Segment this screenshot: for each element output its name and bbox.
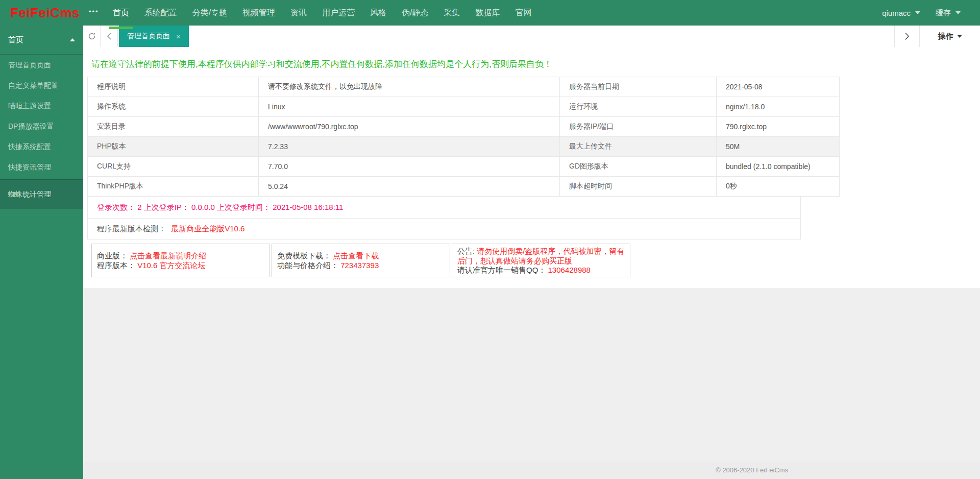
sidebar-item-dp-player-settings[interactable]: DP播放器设置 (0, 116, 83, 136)
actions-dropdown[interactable]: 操作 (920, 26, 980, 47)
cache-label: 缓存 (936, 8, 951, 18)
table-row: PHP版本7.2.33最大上传文件50M (88, 137, 840, 157)
legal-warning-text: 请在遵守法律的前提下使用,本程序仅供内部学习和交流使用,不内置任何数据,添加任何… (91, 58, 980, 70)
nav-item-pseudo-static[interactable]: 伪/静态 (394, 0, 436, 26)
info-value: 7.70.0 (259, 157, 560, 177)
user-menu[interactable]: qiumacc (882, 9, 920, 17)
version-check-row: 程序最新版本检测： 最新商业全能版V10.6 (87, 219, 801, 240)
nav-item-system-config[interactable]: 系统配置 (137, 0, 185, 26)
sidebar-item-quick-news-management[interactable]: 快捷资讯管理 (0, 157, 83, 177)
dashboard-panel: 请在遵守法律的前提下使用,本程序仅供内部学习和交流使用,不内置任何数据,添加任何… (83, 47, 980, 288)
red-link-text[interactable]: 请勿使用倒卖/盗版程序，代码被加密，留有后门，想认真做站请务必购买正版 (457, 247, 625, 265)
footer: © 2006-2020 FeiFeiCms (83, 462, 980, 479)
info-value: nginx/1.18.0 (717, 97, 840, 117)
info-label: GD图形版本 (560, 157, 717, 177)
info-label: 操作系统 (88, 97, 259, 117)
red-link-text[interactable]: 点击查看最新说明介绍 (130, 251, 206, 260)
info-value: Linux (259, 97, 560, 117)
top-navbar: FeiFeiCms ••• 首页系统配置分类/专题视频管理资讯用户运营风格伪/静… (0, 0, 980, 26)
info-box-3: 公告: 请勿使用倒卖/盗版程序，代码被加密，留有后门，想认真做站请务必购买正版请… (452, 244, 630, 277)
version-check-label: 程序最新版本检测： (97, 224, 166, 233)
table-row: 操作系统Linux运行环境nginx/1.18.0 (88, 97, 840, 117)
nav-item-news[interactable]: 资讯 (283, 0, 314, 26)
table-row: 程序说明请不要修改系统文件，以免出现故障服务器当前日期2021-05-08 (88, 77, 840, 97)
nav-item-database[interactable]: 数据库 (468, 0, 508, 26)
tab-bar-right: 操作 (894, 26, 980, 47)
table-row: CURL支持7.70.0GD图形版本bundled (2.1.0 compati… (88, 157, 840, 177)
info-value: 7.2.33 (259, 137, 560, 157)
chevron-left-icon (107, 33, 112, 40)
box-line: 功能与价格介绍： 723437393 (277, 260, 445, 270)
red-link-text[interactable]: V10.6 官方交流论坛 (137, 261, 205, 270)
sidebar-item-miaoxuan-theme-settings[interactable]: 喵咺主题设置 (0, 95, 83, 116)
info-value: 5.0.24 (259, 177, 560, 197)
info-value: 0秒 (717, 177, 840, 197)
box-label-text: 公告: (457, 247, 477, 255)
more-menu-icon[interactable]: ••• (89, 8, 105, 18)
info-value: 50M (717, 137, 840, 157)
sidebar-group-title: 首页 (8, 35, 23, 45)
info-value: /www/wwwroot/790.rglxc.top (259, 117, 560, 137)
info-label: 运行环境 (560, 97, 717, 117)
nav-item-category-topic[interactable]: 分类/专题 (185, 0, 235, 26)
nav-item-user-operation[interactable]: 用户运营 (314, 0, 362, 26)
info-value: 2021-05-08 (717, 77, 840, 97)
info-box-1: 商业版： 点击查看最新说明介绍程序版本： V10.6 官方交流论坛 (91, 244, 270, 277)
chevron-right-icon (904, 32, 910, 40)
actions-label: 操作 (938, 32, 953, 41)
info-box-2: 免费模板下载： 点击查看下载功能与价格介绍： 723437393 (272, 244, 450, 277)
box-label-text: 商业版： (97, 251, 130, 260)
red-link-text[interactable]: 723437393 (340, 261, 379, 270)
sidebar-group-home[interactable]: 首页 (0, 26, 83, 55)
login-info-text: 登录次数： 2 上次登录IP： 0.0.0.0 上次登录时间： 2021-05-… (87, 197, 801, 219)
info-value: 请不要修改系统文件，以免出现故障 (259, 77, 560, 97)
navbar-right: qiumacc 缓存 (882, 8, 980, 18)
info-label: CURL支持 (88, 157, 259, 177)
nav-item-home[interactable]: 首页 (105, 0, 137, 26)
info-label: 安装目录 (88, 117, 259, 137)
box-line: 请认准官方唯一销售QQ： 1306428988 (457, 265, 625, 275)
info-label: 服务器当前日期 (560, 77, 717, 97)
main-nav: 首页系统配置分类/专题视频管理资讯用户运营风格伪/静态采集数据库官网 (105, 0, 540, 26)
sidebar: 首页 管理首页页面自定义菜单配置喵咺主题设置DP播放器设置快捷系统配置快捷资讯管… (0, 26, 83, 479)
box-label-text: 免费模板下载： (277, 251, 333, 260)
table-row: 安装目录/www/wwwroot/790.rglxc.top服务器IP/端口79… (88, 117, 840, 137)
info-label: PHP版本 (88, 137, 259, 157)
nav-item-style[interactable]: 风格 (362, 0, 394, 26)
box-line: 免费模板下载： 点击查看下载 (277, 251, 445, 260)
chevron-up-icon (70, 38, 75, 41)
tab-close-icon[interactable]: × (176, 32, 181, 41)
refresh-button[interactable] (83, 26, 101, 47)
tab-label: 管理首页页面 (127, 32, 170, 41)
box-label-text: 程序版本： (97, 261, 137, 270)
nav-item-official-site[interactable]: 官网 (508, 0, 540, 26)
sidebar-item-manage-homepage[interactable]: 管理首页页面 (0, 55, 83, 75)
nav-item-collect[interactable]: 采集 (436, 0, 468, 26)
tab-forward-button[interactable] (894, 26, 920, 47)
info-value: bundled (2.1.0 compatible) (717, 157, 840, 177)
sidebar-group-spider-stats[interactable]: 蜘蛛统计管理 (0, 179, 83, 209)
tab-bar: 管理首页页面 × 操作 (83, 26, 980, 47)
info-label: 脚本超时时间 (560, 177, 717, 197)
info-value: 790.rglxc.top (717, 117, 840, 137)
box-line: 公告: 请勿使用倒卖/盗版程序，代码被加密，留有后门，想认真做站请务必购买正版 (457, 246, 625, 265)
copyright-text: © 2006-2020 FeiFeiCms (83, 462, 800, 479)
main-content: 请在遵守法律的前提下使用,本程序仅供内部学习和交流使用,不内置任何数据,添加任何… (83, 47, 980, 479)
box-line: 商业版： 点击查看最新说明介绍 (97, 251, 264, 260)
chevron-down-icon (955, 11, 961, 14)
red-link-text[interactable]: 1306428988 (548, 266, 591, 274)
sidebar-item-quick-system-config[interactable]: 快捷系统配置 (0, 136, 83, 157)
system-info-table: 程序说明请不要修改系统文件，以免出现故障服务器当前日期2021-05-08操作系… (87, 77, 840, 197)
box-label-text: 请认准官方唯一销售QQ： (457, 266, 548, 274)
chevron-down-icon (957, 35, 962, 38)
sidebar-item-custom-menu-config[interactable]: 自定义菜单配置 (0, 75, 83, 95)
red-link-text[interactable]: 点击查看下载 (333, 251, 379, 260)
nav-item-video-management[interactable]: 视频管理 (235, 0, 283, 26)
app-logo[interactable]: FeiFeiCms (0, 5, 89, 21)
version-check-link[interactable]: 最新商业全能版V10.6 (171, 224, 244, 233)
cache-menu[interactable]: 缓存 (936, 8, 961, 18)
promo-boxes: 商业版： 点击查看最新说明介绍程序版本： V10.6 官方交流论坛免费模板下载：… (91, 244, 980, 277)
chevron-down-icon (915, 11, 920, 14)
info-label: ThinkPHP版本 (88, 177, 259, 197)
sidebar-menu: 管理首页页面自定义菜单配置喵咺主题设置DP播放器设置快捷系统配置快捷资讯管理 (0, 55, 83, 177)
